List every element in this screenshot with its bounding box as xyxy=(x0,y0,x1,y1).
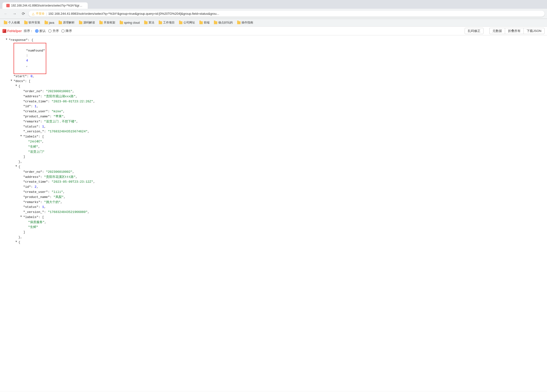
json-line-response: ▼ "response" : { xyxy=(5,38,542,43)
bookmark-item[interactable]: 公司网址 xyxy=(177,20,197,25)
sort-default-label: 默认 xyxy=(39,29,46,33)
bookmark-item[interactable]: java xyxy=(43,20,56,25)
json-line-address-1: "address" : "贵阳市观山湖xxx路" , xyxy=(5,94,542,99)
folder-icon xyxy=(45,21,48,24)
bookmark-item[interactable]: 软件安装 xyxy=(22,20,42,25)
fehelper-logo: FeHelper xyxy=(2,29,22,33)
toggle-labels-1[interactable]: ▼ xyxy=(19,134,23,138)
bottom-banner: B站同款，CSDN 的博哥哥，可以去查看一下哦，谢谢支持！！！ xyxy=(0,391,547,392)
toggle-order2[interactable]: ▼ xyxy=(15,165,18,168)
json-line-label-2-1: "保质服务" , xyxy=(5,220,542,225)
bookmark-item[interactable]: 源码解读 xyxy=(77,20,97,25)
sort-desc-radio[interactable]: 降序 xyxy=(61,29,72,33)
toggle-labels-2[interactable]: ▼ xyxy=(19,215,23,218)
forward-button[interactable]: → xyxy=(11,10,18,17)
folder-icon xyxy=(199,21,203,24)
bookmark-label: 操作指南 xyxy=(242,21,253,25)
fehelper-name: FeHelper xyxy=(7,29,22,33)
json-line-label-1-3: "送货上门" xyxy=(5,150,542,155)
json-line-labels-1-close: ] xyxy=(5,154,542,159)
json-line-docs: ▼ "docs" : [ xyxy=(5,79,542,84)
fehelper-toolbar: FeHelper 排序： 默认 升序 降序 乱码修正 元数据 折叠所有 下载JS… xyxy=(0,27,547,35)
tab-bar: 192.168.244.41:8983/solr/orders/select?q… xyxy=(0,0,547,9)
tab-favicon xyxy=(6,4,10,7)
json-line-id-2: "id" : 2 , xyxy=(5,185,542,190)
bookmark-item[interactable]: 算法 xyxy=(142,20,156,25)
bookmark-item[interactable]: 操作指南 xyxy=(235,20,255,25)
folder-icon xyxy=(179,21,182,24)
sort-asc-label: 升序 xyxy=(53,29,59,33)
tab-title: 192.168.244.41:8983/solr/orders/select?q… xyxy=(11,4,84,7)
bookmark-label: 算法 xyxy=(148,21,154,25)
folder-icon xyxy=(24,21,28,24)
json-line-id-1: "id" : 1 , xyxy=(5,104,542,109)
download-json-button[interactable]: 下载JSON xyxy=(524,28,545,34)
address-bar: ← → ⟳ △ 不安全 | 192.168.244.41:8983/solr/o… xyxy=(0,9,547,19)
folder-icon xyxy=(79,21,82,24)
bookmark-item[interactable]: 工作项目 xyxy=(157,20,177,25)
toggle-docs[interactable]: ▼ xyxy=(10,79,13,82)
json-line-product-name-2: "product_name" : "凤梨" , xyxy=(5,195,542,200)
bookmark-label: 工作项目 xyxy=(163,21,175,25)
active-tab[interactable]: 192.168.244.41:8983/solr/orders/select?q… xyxy=(2,2,88,9)
bookmark-item[interactable]: 开发框架 xyxy=(97,20,117,25)
radio-desc-dot xyxy=(61,29,65,33)
json-line-order-no-2: "order_no" : "202306010002" , xyxy=(5,170,542,175)
json-line-create-time-2: "create_time" : "2023-05-09T23:23:12Z" , xyxy=(5,180,542,185)
json-line-labels-2-close: ] xyxy=(5,230,542,235)
toggle-response[interactable]: ▼ xyxy=(5,38,8,41)
bookmark-item[interactable]: 前端 xyxy=(197,20,211,25)
json-line-create-time-1: "create_time" : "2023-06-01T23:22:26Z" , xyxy=(5,99,542,104)
json-line-status-2: "status" : 1 , xyxy=(5,205,542,210)
bookmark-label: 公司网址 xyxy=(183,21,195,25)
radio-asc-dot xyxy=(48,29,52,33)
folder-icon xyxy=(144,21,148,24)
browser-chrome: 192.168.244.41:8983/solr/orders/select?q… xyxy=(0,0,547,35)
security-warning-text: 不安全 xyxy=(36,12,45,16)
json-line-address-2: "address" : "贵阳市花溪区ttt路" , xyxy=(5,175,542,180)
bookmark-item[interactable]: 做点好玩的 xyxy=(212,20,235,25)
json-content: ▼ "response" : { "numFound" : 4 , "start… xyxy=(0,35,547,391)
bookmark-item[interactable]: 个人收藏 xyxy=(2,20,22,25)
sort-label: 排序： xyxy=(24,29,33,33)
sort-desc-label: 降序 xyxy=(66,29,72,33)
bookmark-label: 原理解析 xyxy=(63,21,75,25)
toggle-order3[interactable]: ▼ xyxy=(15,240,18,243)
json-line-order2-close: }, xyxy=(5,235,542,240)
reload-button[interactable]: ⟳ xyxy=(20,10,27,17)
json-toolbar-buttons: 元数据 折叠所有 下载JSON xyxy=(489,28,545,34)
json-line-create-user-1: "create_user" : "mike" , xyxy=(5,109,542,114)
json-line-order2-open: ▼ { xyxy=(5,165,542,170)
address-text: 192.168.244.41:8983/solr/orders/select?q… xyxy=(48,12,541,15)
json-line-product-name-1: "product_name" : "苹果" , xyxy=(5,114,542,119)
bookmark-item[interactable]: spring cloud xyxy=(118,20,142,25)
sort-radio-group: 默认 升序 降序 xyxy=(35,29,72,33)
sort-asc-radio[interactable]: 升序 xyxy=(48,29,59,33)
folder-icon xyxy=(120,21,123,24)
json-line-order1-open: ▼ { xyxy=(5,84,542,89)
security-warning-icon: △ xyxy=(32,12,34,15)
json-line-order3-open: ▼ { xyxy=(5,240,542,245)
json-line-order1-close: }, xyxy=(5,159,542,165)
bookmark-label: java xyxy=(49,21,54,24)
bookmarks-bar: 个人收藏 软件安装 java 原理解析 源码解读 开发框架 spring clo… xyxy=(0,19,547,27)
radio-default-dot xyxy=(35,29,39,33)
sort-default-radio[interactable]: 默认 xyxy=(35,29,46,33)
json-line-label-1-2: "生鲜" , xyxy=(5,144,542,150)
bookmark-label: 做点好玩的 xyxy=(218,21,233,25)
collapse-all-button[interactable]: 折叠所有 xyxy=(505,28,524,34)
json-line-remarks-1: "remarks" : "送货上门，不想下楼" , xyxy=(5,119,542,124)
meta-data-button[interactable]: 元数据 xyxy=(489,28,505,34)
folder-icon xyxy=(159,21,162,24)
fix-encoding-button[interactable]: 乱码修正 xyxy=(465,28,484,34)
json-line-status-1: "status" : 1 , xyxy=(5,124,542,129)
folder-icon xyxy=(99,21,103,24)
fehelper-logo-icon xyxy=(2,29,6,33)
json-line-remarks-2: "remarks" : "挑大个的" , xyxy=(5,200,542,205)
bookmark-item[interactable]: 原理解析 xyxy=(57,20,77,25)
toggle-order1[interactable]: ▼ xyxy=(15,84,18,87)
folder-icon xyxy=(214,21,217,24)
bookmark-label: 前端 xyxy=(204,21,210,25)
back-button[interactable]: ← xyxy=(2,10,9,17)
bookmark-label: 软件安装 xyxy=(29,21,40,25)
